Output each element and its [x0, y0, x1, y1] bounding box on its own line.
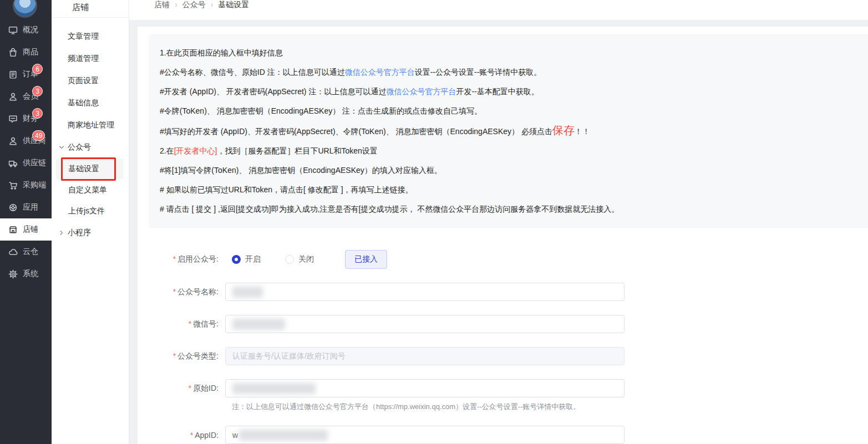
radio-dot[interactable]: [285, 255, 294, 264]
instruction-text: #开发者 (AppID)、 开发者密码(AppSecret) 注：以上信息可以通…: [160, 87, 386, 96]
instruction-text: #令牌(ToKen)、 消息加密密钥（EncodingAESKey） 注：点击生…: [160, 106, 482, 115]
submenu-item-official-account[interactable]: 公众号: [52, 136, 129, 159]
submenu-item-basic-settings[interactable]: 基础设置: [52, 159, 129, 180]
settings-form: *启用公众号:开启关闭已接入*公众号名称:*微信号:*公众号类型:认证服务号/认…: [138, 228, 868, 444]
required-asterisk: *: [190, 431, 193, 440]
instruction-text: 1.在此页面相应的输入框中填好信息: [160, 48, 283, 57]
original-id-row: *原始ID:: [138, 379, 868, 397]
account-type-input: 认证服务号/认证媒体/政府订阅号: [225, 347, 625, 365]
input-value-prefix: w: [232, 431, 238, 440]
account-name-row: *公众号名称:: [138, 283, 868, 301]
sidebar-item-overview[interactable]: 概况: [0, 19, 52, 41]
required-asterisk: *: [173, 351, 176, 360]
required-asterisk: *: [189, 384, 191, 392]
gear-icon: [8, 269, 18, 279]
sidebar-item-goods[interactable]: 商品: [0, 41, 52, 63]
submenu-list: 文章管理频道管理页面设置基础信息商家地址管理公众号基础设置自定义菜单上传js文件…: [52, 18, 129, 244]
sidebar-item-apps[interactable]: 应用: [0, 196, 52, 218]
clipboard-icon: [8, 70, 18, 79]
instruction-text: 设置--公众号设置--账号详情中获取。: [415, 68, 542, 76]
breadcrumb-item[interactable]: 公众号: [182, 0, 206, 11]
submenu-item-merchant-address[interactable]: 商家地址管理: [52, 114, 129, 136]
truck-icon: [8, 159, 18, 168]
chevron-down-icon: [58, 144, 65, 151]
instruction-text: ，找到［服务器配置］栏目下URL和Token设置: [217, 146, 377, 155]
appid-input[interactable]: w: [225, 426, 625, 444]
submenu-item-label: 频道管理: [68, 54, 99, 64]
sidebar-item-supplier[interactable]: 供应商49: [0, 130, 52, 152]
instruction-line: 1.在此页面相应的输入框中填好信息: [160, 43, 857, 63]
wechat-id-input[interactable]: [225, 315, 625, 333]
sidebar-item-label: 采购端: [23, 180, 46, 190]
input-placeholder: 认证服务号/认证媒体/政府订阅号: [232, 351, 346, 361]
monitor-icon: [8, 25, 18, 35]
instruction-text: # 请点击 [ 提交 ] ,返回[提交成功]即为接入成功,注意是否有[提交成功提…: [160, 205, 619, 213]
sidebar-item-shop[interactable]: 店铺: [0, 218, 52, 241]
secondary-sidebar: 店铺 文章管理频道管理页面设置基础信息商家地址管理公众号基础设置自定义菜单上传j…: [52, 0, 129, 444]
instruction-text: ！！: [575, 127, 590, 136]
instruction-line: 2.在[开发者中心]，找到［服务器配置］栏目下URL和Token设置: [160, 141, 857, 161]
notification-badge: 3: [32, 108, 43, 119]
submenu-item-custom-menu[interactable]: 自定义菜单: [52, 180, 129, 201]
radio-dot[interactable]: [232, 255, 241, 264]
sidebar-item-supply-chain[interactable]: 供应链: [0, 152, 52, 174]
instruction-text: #公众号名称、微信号、原始ID 注：以上信息可以通过: [160, 68, 345, 76]
store-icon: [8, 225, 18, 234]
submenu-item-mini-program[interactable]: 小程序: [52, 222, 129, 244]
instruction-text: 2.在: [160, 146, 174, 155]
field-label: *公众号名称:: [138, 287, 225, 297]
sidebar-item-finance[interactable]: 财务3: [0, 108, 52, 130]
breadcrumb: 店铺›公众号›基础设置: [154, 0, 868, 11]
connected-status-button[interactable]: 已接入: [345, 250, 387, 269]
submenu-item-article-management[interactable]: 文章管理: [52, 25, 129, 48]
sidebar-item-label: 供应链: [23, 158, 46, 168]
wheel-icon: [8, 203, 18, 212]
submenu-item-label: 小程序: [68, 228, 91, 238]
sidebar-item-label: 概况: [23, 25, 38, 35]
submenu-item-upload-js[interactable]: 上传js文件: [52, 201, 129, 222]
breadcrumb-item[interactable]: 店铺: [154, 0, 170, 11]
sidebar-item-procurement[interactable]: 采购端: [0, 174, 52, 196]
instruction-line: #将[1]填写令牌(ToKen)、 消息加密密钥（EncodingAESKey）…: [160, 161, 857, 180]
submenu-item-channel-management[interactable]: 频道管理: [52, 48, 129, 70]
submenu-item-label: 基础设置: [56, 159, 123, 179]
original-id-input[interactable]: [225, 379, 625, 397]
redacted-value: [232, 383, 316, 394]
radio-off[interactable]: 关闭: [285, 254, 314, 264]
user-icon: [8, 136, 18, 146]
radio-on[interactable]: 开启: [232, 254, 261, 264]
submenu-item-label: 文章管理: [68, 32, 99, 42]
primary-sidebar: 概况商品订单6会员3财务3供应商49供应链采购端应用店铺云仓系统: [0, 0, 52, 444]
sidebar-item-label: 商品: [23, 47, 38, 57]
submenu-item-basic-info[interactable]: 基础信息: [52, 92, 129, 114]
main-area: 店铺›公众号›基础设置 1.在此页面相应的输入框中填好信息#公众号名称、微信号、…: [129, 0, 868, 444]
submenu-item-label: 自定义菜单: [56, 180, 123, 200]
notification-badge: 49: [32, 130, 45, 141]
instruction-line: #令牌(ToKen)、 消息加密密钥（EncodingAESKey） 注：点击生…: [160, 101, 857, 121]
instruction-line: #公众号名称、微信号、原始ID 注：以上信息可以通过微信公众号官方平台设置--公…: [160, 63, 857, 82]
account-name-input[interactable]: [225, 283, 625, 301]
field-label: *启用公众号:: [138, 254, 225, 264]
sidebar-item-orders[interactable]: 订单6: [0, 63, 52, 85]
cloud-icon: [8, 247, 18, 257]
instruction-link[interactable]: 微信公众号官方平台: [345, 68, 415, 76]
sidebar-item-cloud-warehouse[interactable]: 云仓: [0, 241, 52, 263]
field-label: *微信号:: [138, 319, 225, 329]
appid-row: *AppID:w: [138, 426, 868, 444]
radio-label: 开启: [245, 254, 261, 264]
sidebar-item-members[interactable]: 会员3: [0, 85, 52, 108]
bubble-icon: [8, 114, 18, 124]
redacted-value: [239, 430, 328, 441]
instruction-red-link[interactable]: [开发者中心]: [174, 146, 217, 155]
submenu-item-label: 页面设置: [68, 76, 99, 86]
required-asterisk: *: [173, 254, 176, 263]
account-type-row: *公众号类型:认证服务号/认证媒体/政府订阅号: [138, 347, 868, 365]
wechat-id-row: *微信号:: [138, 315, 868, 333]
instruction-link[interactable]: 微信公众号官方平台: [386, 87, 456, 96]
sidebar-item-system[interactable]: 系统: [0, 263, 52, 285]
notification-badge: 3: [32, 86, 43, 96]
redacted-value: [232, 319, 285, 330]
avatar[interactable]: [13, 0, 37, 18]
instruction-line: # 如果以前已填写过URL和Token，请点击[ 修改配置 ]，再填写上述链接。: [160, 180, 857, 200]
submenu-item-page-settings[interactable]: 页面设置: [52, 70, 129, 92]
